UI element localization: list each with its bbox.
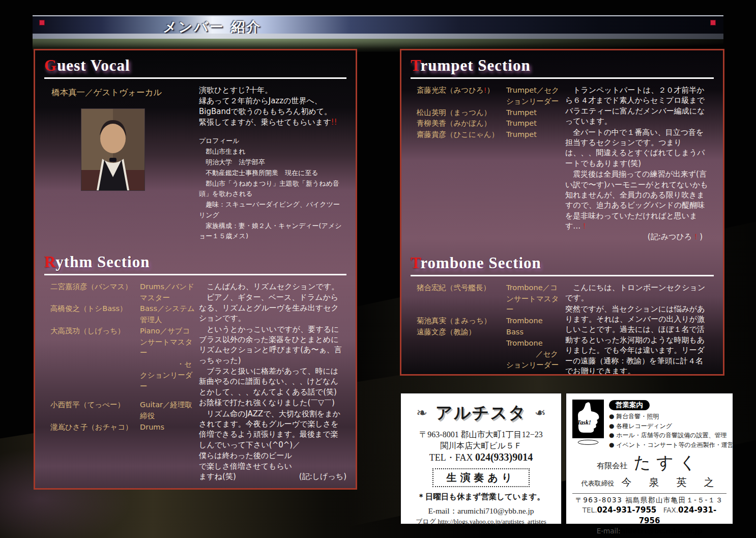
pamphlet-page: メンバー 紹介 Guest Vocal 橋本真一／ゲストヴォーカル bbox=[0, 0, 756, 538]
paragraph: 全パートの中で１番高い、目立つ音を担当するセクションです。つまりは、、、間違える… bbox=[565, 127, 714, 169]
service-item: ● イベント・コンサート等の企画製作・運営 bbox=[609, 440, 734, 450]
section-title-trombone: Trombone Section bbox=[411, 254, 714, 272]
paragraph: 縁あって２年前からJazzの世界へ、BigBandで歌うのももちろん初めて。 bbox=[199, 96, 346, 117]
section-rythm: Rythm Section 二宮嘉須彦（バンマス）Drums／バンドマスター高橋… bbox=[44, 253, 346, 482]
member-row: 小西哲平（てっぺー）Guitar／経理取締役 bbox=[50, 400, 195, 422]
task-address: 〒963-8033 福島県郡山市亀田１-５-１３ bbox=[572, 495, 726, 505]
paragraph: というとかっこいいですが、要するにブラス以外の余った楽器をひとまとめにリズムセク… bbox=[199, 324, 346, 366]
paragraph: 家族構成：妻・娘２人・キャンディー(アメショー１５歳メス) bbox=[199, 221, 346, 241]
paragraph: お陰様で打たれ強くなりました(￣▽￣) bbox=[199, 398, 346, 408]
paragraph: 不動産鑑定士事務所開業 現在に至る bbox=[199, 168, 346, 178]
service-item: ● 舞台音響・照明 bbox=[609, 412, 734, 421]
artista-email: E-mail：arumichi710@ybb.ne.jp bbox=[401, 506, 561, 517]
artista-address-line2: 関川本店大町ビル５Ｆ bbox=[401, 440, 561, 451]
guest-vocal-photo bbox=[81, 108, 145, 191]
member-row: 二宮嘉須彦（バンマス）Drums／バンドマスター bbox=[50, 281, 195, 304]
paragraph: プロフィール bbox=[199, 136, 346, 146]
red-square-marker bbox=[39, 20, 45, 25]
paragraph: 演歌ひとすじ?十年。 bbox=[199, 85, 346, 95]
ad-card-task: Task! 営業案内 ● 舞台音響・照明● 各種レコーディング● ホール・店舗等… bbox=[566, 393, 733, 524]
portrait-placeholder-icon bbox=[81, 109, 144, 190]
floral-ornament-icon: ❧ bbox=[535, 407, 546, 420]
member-row: 松山英明（まっつん）Trumpet bbox=[417, 107, 561, 119]
page-header-bar: メンバー 紹介 bbox=[33, 15, 723, 39]
paragraph: トランペットパートは、２０才前半から６４才までド素人からセミプロ級までバラエティ… bbox=[565, 85, 714, 127]
paragraph: 趣味：スキューバーダイビング、バイクツーリング bbox=[199, 200, 346, 220]
paragraph: ピアノ、ギター、ベース、ドラムからなる、リズムとグルーヴを生み出すセクションです… bbox=[199, 292, 346, 323]
task-ceo-name: 今 泉 英 之 bbox=[622, 476, 718, 488]
task-ceo: 代表取締役 今 泉 英 之 bbox=[566, 475, 733, 489]
member-row: 斎藤光宏（みつひろ!）Trumpet／セクションリーダー bbox=[417, 85, 561, 107]
paragraph bbox=[199, 128, 346, 135]
section-divider bbox=[44, 77, 346, 79]
task-thumbs-up-logo-icon: Task! bbox=[572, 400, 604, 446]
artista-blog-url: ブログ http://blogs.yahoo.co.jp/arutistes_a… bbox=[401, 517, 561, 526]
paragraph: リズム命のJAZZで、大切な役割をまかされてます。今夜もグルーヴで楽しさを倍増で… bbox=[199, 409, 346, 450]
member-row: 菊池真実（まみっち）Trombone bbox=[417, 316, 561, 327]
paragraph: こんばんわ、リズムセクションです。 bbox=[199, 281, 346, 292]
artista-address: 〒963-8001 郡山市大町1丁目12−23 関川本店大町ビル５Ｆ bbox=[401, 429, 561, 451]
section-divider bbox=[411, 77, 714, 79]
task-phone: TEL.024-931-7955 FAX.024-931-7956 bbox=[572, 505, 726, 526]
section-guest-vocal: Guest Vocal 橋本真一／ゲストヴォーカル bbox=[44, 56, 346, 242]
paragraph: 明治大学 法学部卒 bbox=[199, 157, 346, 167]
business-info-badge: 営業案内 bbox=[609, 400, 650, 410]
live-music-badge: 生演奏あり bbox=[432, 468, 530, 487]
section-divider bbox=[44, 274, 346, 275]
trumpet-text: トランペットパートは、２０才前半から６４才までド素人からセミプロ級までバラエティ… bbox=[565, 85, 714, 243]
service-item: ● ホール・店舗等の音響設備の設置、管理 bbox=[609, 431, 734, 440]
member-row: 青柳美香（みかぼん）Trumpet bbox=[417, 118, 561, 129]
section-title-rythm: Rythm Section bbox=[44, 253, 346, 271]
guest-vocal-name: 橋本真一／ゲストヴォーカル bbox=[51, 87, 195, 98]
trombone-text: こんにちは、トロンボーンセクションです。突然ですが、当セクションには悩みがありま… bbox=[565, 282, 714, 376]
member-row: 猪合宏紀（弐号艦長）Trombone／コンサートマスター bbox=[417, 282, 561, 316]
member-row: 大高茂功（しげっち）Piano／サブコンサートマスター ・セクションリーダー bbox=[50, 326, 195, 392]
paragraph: ブラスと扱いに格差があって、時には新曲やるのに譜面もない、、、けどなんとかして、… bbox=[199, 366, 346, 397]
trombone-members: 猪合宏紀（弐号艦長）Trombone／コンサートマスター菊池真実（まみっち）Tr… bbox=[411, 282, 561, 376]
artista-note: ＊日曜日も休まず営業しています。 bbox=[401, 492, 561, 502]
artista-shop-name: アルチスタ bbox=[435, 402, 527, 424]
right-panel: Trumpet Section 斎藤光宏（みつひろ!）Trumpet／セクション… bbox=[400, 49, 724, 376]
guest-vocal-bio: 演歌ひとすじ?十年。縁あって２年前からJazzの世界へ、BigBandで歌うのも… bbox=[199, 85, 346, 242]
artista-phone: TEL・FAX 024(933)9014 bbox=[401, 451, 561, 464]
trumpet-members: 斎藤光宏（みつひろ!）Trumpet／セクションリーダー松山英明（まっつん）Tr… bbox=[411, 85, 561, 243]
task-services-list: ● 舞台音響・照明● 各種レコーディング● ホール・店舗等の音響設備の設置、管理… bbox=[609, 412, 734, 449]
rythm-members: 二宮嘉須彦（バンマス）Drums／バンドマスター高橋俊之（トシBass）Bass… bbox=[44, 281, 195, 482]
paragraph: 郡山市「うねめまつり」主題歌「新うねめ音頭」を歌わされる bbox=[199, 179, 346, 199]
task-contact-block: 〒963-8033 福島県郡山市亀田１-５-１３ TEL.024-931-795… bbox=[572, 493, 726, 538]
task-email: E-mail:hidetrt@bc.mbn.or.jp bbox=[572, 526, 726, 536]
task-company-name: たすく bbox=[633, 451, 702, 474]
section-trumpet: Trumpet Section 斎藤光宏（みつひろ!）Trumpet／セクション… bbox=[411, 56, 714, 243]
section-title-trumpet: Trumpet Section bbox=[411, 56, 714, 75]
rythm-text: こんばんわ、リズムセクションです。 ピアノ、ギター、ベース、ドラムからなる、リズ… bbox=[199, 281, 346, 482]
task-ceo-label: 代表取締役 bbox=[581, 479, 614, 487]
paragraph: 震災後は全員揃っての練習が出来ず(言い訳で〜す)ハーモニーがとれてないかも知れま… bbox=[565, 169, 714, 231]
svg-text:Task!: Task! bbox=[577, 419, 591, 426]
member-row: 齋藤貴彦（ひこにゃん）Trumpet bbox=[417, 129, 561, 140]
paragraph: (記:みつひろ！) bbox=[565, 232, 714, 242]
member-row: 高橋俊之（トシBass）Bass／システム管理人 bbox=[50, 303, 195, 326]
section-divider bbox=[411, 275, 714, 276]
red-square-marker bbox=[710, 20, 716, 25]
section-trombone: Trombone Section 猪合宏紀（弐号艦長）Trombone／コンサー… bbox=[411, 254, 714, 376]
paragraph: 緊張してますが、乗らせてもらいます!! bbox=[199, 117, 346, 127]
ad-card-artista: ❧ アルチスタ ❧ 〒963-8001 郡山市大町1丁目12−23 関川本店大町… bbox=[400, 393, 562, 524]
paragraph: 郡山市生まれ bbox=[199, 147, 346, 157]
paragraph: こんにちは、トロンボーンセクションです。 bbox=[565, 282, 714, 303]
member-row: 瀧嶌ひさ子（おチャコ）Drums bbox=[50, 422, 195, 433]
floral-ornament-icon: ❧ bbox=[416, 407, 427, 420]
paragraph: 僕らは終わった後のビールで楽しさ倍増させてもらいますね(笑)(記:しげっち) bbox=[199, 450, 346, 482]
service-item: ● 各種レコーディング bbox=[609, 421, 734, 431]
header-metal-strip bbox=[33, 34, 723, 39]
artista-address-line1: 〒963-8001 郡山市大町1丁目12−23 bbox=[401, 429, 561, 440]
section-title-guest-vocal: Guest Vocal bbox=[44, 56, 346, 75]
task-company-prefix: 有限会社 bbox=[597, 461, 627, 471]
left-panel: Guest Vocal 橋本真一／ゲストヴォーカル bbox=[34, 49, 357, 490]
paragraph: 突然ですが、当セクションには悩みがあります。それは、メンバーの出入りが激しいこと… bbox=[565, 304, 714, 376]
member-row: 遠藤文彦（教諭）Bass Trombone ／セクションリーダー bbox=[417, 327, 561, 371]
